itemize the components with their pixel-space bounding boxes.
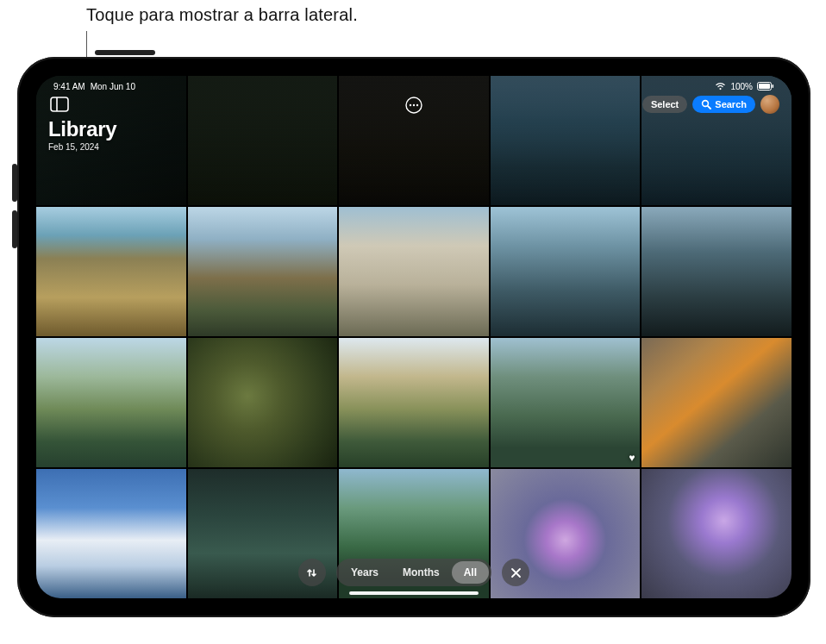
- photo-thumbnail[interactable]: [339, 207, 489, 336]
- photo-thumbnail[interactable]: [641, 338, 792, 467]
- svg-rect-3: [51, 97, 68, 111]
- svg-point-6: [410, 104, 411, 106]
- battery-icon: [757, 82, 774, 91]
- photo-thumbnail[interactable]: ♥: [491, 338, 641, 467]
- arrow-up-down-icon: [305, 566, 318, 579]
- photo-thumbnail[interactable]: [36, 338, 186, 467]
- photo-thumbnail[interactable]: [188, 338, 338, 467]
- profile-avatar[interactable]: [760, 95, 779, 114]
- callout-label: Toque para mostrar a barra lateral.: [86, 5, 358, 25]
- wifi-icon: [715, 82, 726, 91]
- photo-thumbnail[interactable]: [641, 207, 792, 336]
- home-indicator[interactable]: [349, 591, 479, 595]
- photo-thumbnail[interactable]: [188, 76, 338, 205]
- segment-years[interactable]: Years: [339, 561, 391, 584]
- view-segmented-control: Years Months All: [336, 559, 491, 586]
- segment-months[interactable]: Months: [391, 561, 452, 584]
- photo-thumbnail[interactable]: [339, 338, 489, 467]
- heart-fill-icon: ♥: [629, 452, 635, 464]
- ipad-frame: 9:41 AM Mon Jun 10 100% Libra: [17, 57, 810, 617]
- select-button[interactable]: Select: [642, 96, 687, 113]
- more-button[interactable]: [402, 97, 426, 114]
- close-button[interactable]: [502, 559, 529, 586]
- photo-thumbnail[interactable]: [188, 207, 338, 336]
- photo-thumbnail[interactable]: [36, 207, 186, 336]
- search-button[interactable]: Search: [692, 96, 755, 113]
- svg-point-7: [413, 104, 415, 106]
- page-subtitle: Feb 15, 2024: [48, 142, 116, 152]
- status-left: 9:41 AM Mon Jun 10: [53, 82, 135, 91]
- svg-rect-2: [773, 84, 774, 88]
- svg-rect-1: [759, 84, 770, 89]
- screen: 9:41 AM Mon Jun 10 100% Libra: [36, 76, 792, 598]
- status-time: 9:41 AM: [53, 82, 85, 91]
- photo-thumbnail[interactable]: [491, 76, 641, 205]
- sidebar-icon: [50, 97, 69, 112]
- bottom-toolbar: Years Months All: [36, 559, 792, 586]
- device-top-button: [95, 50, 155, 55]
- header: Library Feb 15, 2024: [48, 95, 116, 152]
- svg-point-8: [416, 104, 418, 106]
- magnifyingglass-icon: [701, 99, 711, 109]
- status-date: Mon Jun 10: [91, 82, 135, 91]
- battery-percent: 100%: [730, 82, 753, 91]
- sort-button[interactable]: [298, 559, 326, 586]
- sidebar-toggle-button[interactable]: [48, 95, 71, 114]
- svg-line-10: [708, 106, 710, 109]
- photo-thumbnail[interactable]: [491, 207, 641, 336]
- segment-all[interactable]: All: [452, 561, 489, 584]
- ellipsis-circle-icon: [404, 96, 423, 115]
- search-button-label: Search: [715, 99, 747, 109]
- xmark-icon: [510, 567, 522, 578]
- status-right: 100%: [715, 82, 774, 91]
- page-title: Library: [48, 117, 116, 141]
- select-button-label: Select: [651, 99, 679, 109]
- status-bar: 9:41 AM Mon Jun 10 100%: [36, 76, 792, 93]
- top-right-controls: Select Search: [642, 95, 779, 114]
- photo-grid: ♥: [36, 76, 792, 598]
